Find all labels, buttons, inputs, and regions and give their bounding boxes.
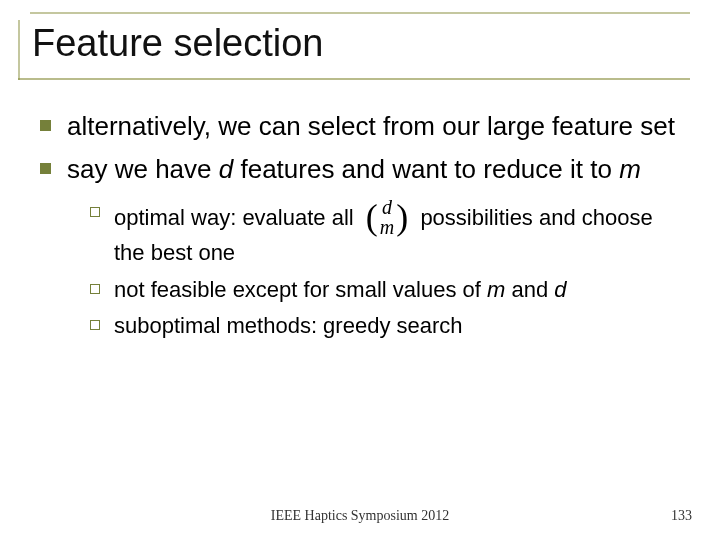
italic-var: d — [554, 277, 566, 302]
text-part: optimal way: evaluate all — [114, 205, 360, 230]
rule-top — [30, 12, 690, 14]
text-part: and — [505, 277, 554, 302]
bullet-text: say we have d features and want to reduc… — [67, 153, 641, 186]
text-part: not feasible except for small values of — [114, 277, 487, 302]
bullet-text: not feasible except for small values of … — [114, 276, 566, 305]
slide-title: Feature selection — [32, 22, 324, 65]
text-part: say we have — [67, 154, 219, 184]
square-bullet-icon — [40, 120, 51, 131]
open-square-bullet-icon — [90, 320, 100, 330]
open-square-bullet-icon — [90, 284, 100, 294]
left-paren-icon: ( — [366, 203, 378, 232]
binomial-formula: ( d m ) — [366, 197, 408, 237]
bullet-level1: say we have d features and want to reduc… — [40, 153, 680, 186]
italic-var: m — [487, 277, 505, 302]
rule-bottom — [18, 78, 690, 80]
italic-var: m — [619, 154, 641, 184]
text-part: features and want to reduce it to — [233, 154, 619, 184]
binom-top: d — [382, 197, 392, 217]
footer-text: IEEE Haptics Symposium 2012 — [0, 508, 720, 524]
bullet-text: optimal way: evaluate all ( d m ) possib… — [114, 199, 680, 268]
bullet-level2: not feasible except for small values of … — [90, 276, 680, 305]
italic-var: d — [219, 154, 233, 184]
bullet-level2: optimal way: evaluate all ( d m ) possib… — [90, 199, 680, 268]
bullet-text: suboptimal methods: greedy search — [114, 312, 463, 341]
open-square-bullet-icon — [90, 207, 100, 217]
binom-bot: m — [380, 217, 394, 237]
right-paren-icon: ) — [396, 203, 408, 232]
bullet-level1: alternatively, we can select from our la… — [40, 110, 680, 143]
rule-left — [18, 20, 20, 80]
page-number: 133 — [671, 508, 692, 524]
slide-body: alternatively, we can select from our la… — [40, 110, 680, 349]
binom-stack: d m — [380, 197, 394, 237]
bullet-text: alternatively, we can select from our la… — [67, 110, 675, 143]
square-bullet-icon — [40, 163, 51, 174]
slide: Feature selection alternatively, we can … — [0, 0, 720, 540]
bullet-level2: suboptimal methods: greedy search — [90, 312, 680, 341]
sublist: optimal way: evaluate all ( d m ) possib… — [90, 199, 680, 341]
